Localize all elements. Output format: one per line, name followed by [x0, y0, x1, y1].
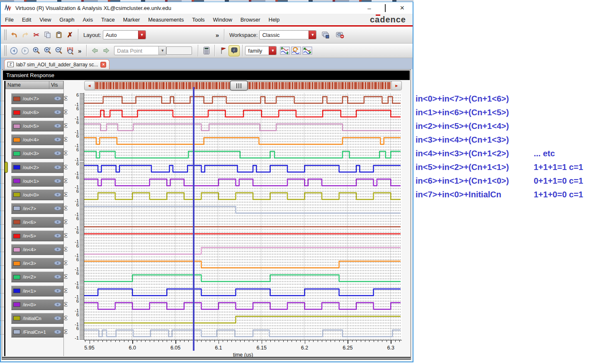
tree-expander[interactable]: [0, 203, 4, 211]
tree-expander[interactable]: [0, 93, 4, 101]
visibility-eye-icon[interactable]: [54, 150, 61, 157]
visibility-eye-icon[interactable]: [54, 191, 61, 199]
zoom-out-2x-button[interactable]: 2: [53, 45, 64, 56]
menu-help[interactable]: Help: [269, 17, 280, 23]
signal-row[interactable]: /in<0>: [11, 299, 63, 310]
layout-select[interactable]: Auto▼: [103, 30, 146, 39]
menu-tools[interactable]: Tools: [192, 17, 204, 23]
visibility-eye-icon[interactable]: [54, 164, 61, 171]
waveform-plot[interactable]: [84, 134, 401, 148]
visibility-eye-icon[interactable]: [54, 273, 61, 281]
waveform-plot[interactable]: [84, 93, 401, 107]
menu-axis[interactable]: Axis: [83, 17, 93, 23]
tree-expander[interactable]: [0, 244, 4, 252]
signal-row[interactable]: /in<1>: [11, 286, 63, 296]
signal-row[interactable]: /out<4>: [11, 134, 63, 145]
toolbar-grip[interactable]: [4, 45, 7, 56]
visibility-eye-icon[interactable]: [54, 122, 61, 130]
tree-expander[interactable]: [0, 216, 4, 225]
tree-expander[interactable]: [0, 148, 4, 156]
family-select[interactable]: family▼: [245, 46, 277, 55]
band-zoom-button[interactable]: [64, 45, 75, 56]
zoom-in-button[interactable]: [31, 45, 42, 56]
signal-row[interactable]: /in<6>: [11, 217, 63, 228]
copy-button[interactable]: [42, 29, 53, 41]
paste-button[interactable]: [53, 29, 64, 41]
menu-graph[interactable]: Graph: [59, 17, 74, 23]
waveform-plot[interactable]: [84, 299, 401, 313]
calculator-button[interactable]: [201, 45, 212, 56]
vis-column-header[interactable]: Vis: [49, 81, 63, 89]
tree-expander[interactable]: [0, 299, 4, 307]
visibility-eye-icon[interactable]: [54, 177, 61, 185]
waveform-plot[interactable]: [84, 107, 401, 120]
datapoint-select[interactable]: Data Point▼: [114, 46, 166, 55]
cut-button[interactable]: ✂: [31, 29, 42, 41]
menu-view[interactable]: View: [39, 17, 51, 23]
tab-close-button[interactable]: ×: [100, 62, 106, 68]
tree-expander[interactable]: [0, 271, 4, 279]
minimize-button[interactable]: –: [367, 5, 371, 11]
name-column-header[interactable]: Name: [6, 81, 49, 89]
waveform-plot[interactable]: [84, 244, 401, 257]
menu-file[interactable]: File: [5, 17, 14, 23]
split-strips-button[interactable]: [279, 45, 290, 56]
menu-measurements[interactable]: Measurements: [148, 17, 184, 23]
prev-point-button[interactable]: [89, 45, 100, 56]
visibility-eye-icon[interactable]: [54, 95, 61, 102]
visibility-eye-icon[interactable]: [54, 109, 61, 116]
tree-expander[interactable]: [0, 326, 4, 335]
tree-expander[interactable]: [0, 162, 4, 170]
tree-expander[interactable]: [0, 107, 4, 115]
fit-view-button[interactable]: [301, 45, 313, 56]
visibility-eye-icon[interactable]: [54, 328, 61, 336]
signal-row[interactable]: /out<7>: [11, 93, 63, 104]
signal-row[interactable]: /InitialCn: [11, 313, 63, 324]
tree-expander[interactable]: [0, 189, 4, 197]
overview-slider-handle[interactable]: [230, 80, 248, 91]
signal-row[interactable]: /out<3>: [11, 148, 63, 159]
waveform-plot[interactable]: [84, 162, 401, 175]
visibility-eye-icon[interactable]: [54, 136, 61, 143]
tree-expander[interactable]: [0, 120, 4, 129]
visibility-eye-icon[interactable]: [54, 287, 61, 295]
overview-scrollbar[interactable]: ◄ ►: [84, 81, 402, 90]
refresh-plot-button[interactable]: [290, 45, 301, 56]
signal-row[interactable]: /in<7>: [11, 203, 63, 214]
menu-edit[interactable]: Edit: [22, 17, 31, 23]
overview-track[interactable]: [95, 82, 391, 89]
tree-expander[interactable]: [0, 285, 4, 294]
time-cursor[interactable]: [193, 87, 194, 351]
signal-row[interactable]: /out<0>: [11, 189, 63, 200]
signal-row[interactable]: /in<5>: [11, 231, 63, 241]
menu-window[interactable]: Window: [213, 17, 232, 23]
tree-expander[interactable]: [0, 230, 4, 238]
waveform-plot[interactable]: [84, 120, 401, 134]
pan-left-button[interactable]: [8, 45, 19, 56]
visibility-eye-icon[interactable]: [54, 246, 61, 253]
waveform-plot[interactable]: [84, 271, 401, 285]
tree-expander[interactable]: [0, 313, 4, 321]
toolbar-overflow-chevron[interactable]: »: [78, 47, 81, 54]
waveform-plot[interactable]: [84, 189, 401, 203]
waveform-plot[interactable]: [84, 257, 401, 271]
signal-row[interactable]: /in<3>: [11, 258, 63, 269]
pan-right-button[interactable]: [19, 45, 31, 56]
delete-workspace-button[interactable]: [334, 29, 345, 41]
info-balloon-button[interactable]: i: [229, 45, 240, 56]
workspace-select[interactable]: Classic▼: [259, 30, 316, 39]
signal-row[interactable]: /out<5>: [11, 121, 63, 131]
panel-splitter[interactable]: [63, 81, 64, 356]
toolbar-grip[interactable]: [4, 29, 7, 40]
visibility-eye-icon[interactable]: [54, 301, 61, 308]
waveform-plot[interactable]: [84, 148, 401, 161]
undo-button[interactable]: [8, 29, 19, 41]
save-workspace-button[interactable]: [320, 29, 331, 41]
visibility-eye-icon[interactable]: [54, 232, 61, 240]
waveform-plot[interactable]: [84, 203, 401, 216]
signal-row[interactable]: /out<1>: [11, 176, 63, 187]
waveform-plot[interactable]: [84, 326, 401, 340]
visibility-eye-icon[interactable]: [54, 218, 61, 226]
visibility-eye-icon[interactable]: [54, 205, 61, 212]
tree-expander[interactable]: [0, 175, 4, 184]
